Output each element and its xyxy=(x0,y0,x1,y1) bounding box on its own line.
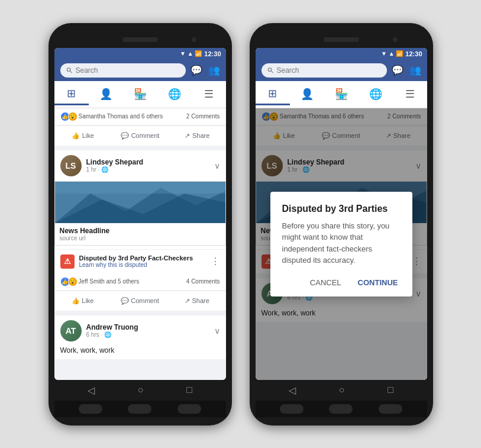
post-time-andrew: 6 hrs · 🌐 xyxy=(86,331,209,338)
back-btn-1[interactable]: ◁ xyxy=(88,385,95,396)
time-2: 12:30 xyxy=(405,50,422,57)
search-bar-1[interactable] xyxy=(60,63,186,78)
header-icons-1: 💬 👥 xyxy=(191,65,220,76)
fb-header-1: 💬 👥 xyxy=(54,60,226,81)
messenger-icon-1[interactable]: 💬 xyxy=(191,65,202,76)
phone-top-2 xyxy=(256,31,427,48)
recents-btn-2[interactable]: □ xyxy=(388,385,393,395)
nav-friends-2[interactable]: 👤 xyxy=(290,83,324,105)
reaction-bar-samantha: 👍 😮 Samantha Thomas and 6 others 2 Comme… xyxy=(54,108,226,125)
feed-1: 👍 😮 Samantha Thomas and 6 others 2 Comme… xyxy=(54,108,226,380)
post-header-lindsey: LS Lindsey Shepard 1 hr · 🌐 ∨ xyxy=(54,150,226,181)
friends-icon-1[interactable]: 👥 xyxy=(208,65,220,76)
nav-menu-1[interactable]: ☰ xyxy=(192,83,226,105)
home-btn-1[interactable]: ○ xyxy=(138,385,144,395)
reaction-icons-samantha: 👍 😮 xyxy=(60,112,76,121)
phone-1: ▼ ▲ 📶 12:30 💬 👥 ⊞ 👤 🏪 🌐 ☰ xyxy=(49,23,232,426)
news-source-lindsey: source url xyxy=(60,235,221,241)
nav-home-2[interactable]: ⊞ xyxy=(256,83,290,105)
svg-point-0 xyxy=(67,67,70,71)
modal-box: Disputed by 3rd Parties Before you share… xyxy=(270,192,412,296)
comment-btn-lindsey[interactable]: 💬 Comment xyxy=(111,294,169,308)
post-meta-andrew: Andrew Truong 6 hrs · 🌐 xyxy=(86,323,209,338)
recents-btn-1[interactable]: □ xyxy=(186,385,192,395)
share-btn-lindsey[interactable]: ↗ Share xyxy=(169,294,226,308)
nav-home-1[interactable]: ⊞ xyxy=(54,83,89,105)
phone-top-1 xyxy=(54,31,226,48)
post-body-andrew: Work, work, work xyxy=(54,346,226,359)
search-input-2[interactable] xyxy=(277,66,381,75)
feed-2: 👍 😮 Samantha Thomas and 6 others 2 Comme… xyxy=(256,108,427,380)
search-bar-2[interactable] xyxy=(262,63,387,78)
svg-point-6 xyxy=(268,67,272,71)
news-headline-lindsey: News Headline xyxy=(60,227,221,235)
nav-marketplace-2[interactable]: 🏪 xyxy=(324,83,359,105)
camera-2 xyxy=(393,37,398,42)
back-btn-2[interactable]: ◁ xyxy=(289,385,296,396)
friends-icon-2[interactable]: 👥 xyxy=(409,65,421,76)
dispute-title-lindsey: Disputed by 3rd Party Fact-Checkers xyxy=(79,254,206,262)
screen-1: ▼ ▲ 📶 12:30 💬 👥 ⊞ 👤 🏪 🌐 ☰ xyxy=(54,48,226,380)
nav-globe-1[interactable]: 🌐 xyxy=(157,83,192,105)
continue-button[interactable]: CONTINUE xyxy=(356,276,401,289)
android-nav-2: ◁ ○ □ xyxy=(256,380,427,401)
messenger-icon-2[interactable]: 💬 xyxy=(392,65,403,76)
post-card-lindsey: LS Lindsey Shepard 1 hr · 🌐 ∨ xyxy=(54,150,226,311)
share-btn-samantha[interactable]: ↗ Share xyxy=(169,128,226,143)
screen-2: ▼ ▲ 📶 12:30 💬 👥 ⊞ 👤 🏪 🌐 ☰ xyxy=(256,48,427,380)
modal-actions: CANCEL CONTINUE xyxy=(282,276,401,289)
avatar-lindsey: LS xyxy=(60,155,82,176)
chevron-andrew[interactable]: ∨ xyxy=(214,326,220,336)
footer-oval-l2 xyxy=(280,404,304,414)
post-card-andrew: AT Andrew Truong 6 hrs · 🌐 ∨ Work, work,… xyxy=(54,315,226,359)
comments-samantha: 2 Comments xyxy=(186,113,220,120)
fb-nav-1: ⊞ 👤 🏪 🌐 ☰ xyxy=(54,81,226,108)
wow-icon-lindsey: 😮 xyxy=(68,277,78,286)
phone-footer-1 xyxy=(54,401,226,417)
modal-body: Before you share this story, you might w… xyxy=(282,220,401,266)
news-image-lindsey xyxy=(55,182,225,223)
signal-icons-2: ▼ ▲ 📶 xyxy=(381,50,403,57)
home-btn-2[interactable]: ○ xyxy=(339,385,345,395)
comment-btn-samantha[interactable]: 💬 Comment xyxy=(111,128,169,143)
action-bar-samantha: 👍 Like 💬 Comment ↗ Share xyxy=(54,125,226,146)
status-bar-2: ▼ ▲ 📶 12:30 xyxy=(256,48,427,60)
action-bar-lindsey: 👍 Like 💬 Comment ↗ Share xyxy=(54,291,226,311)
svg-rect-5 xyxy=(55,182,225,194)
footer-oval-c1 xyxy=(128,404,151,414)
like-btn-lindsey[interactable]: 👍 Like xyxy=(54,294,112,308)
like-btn-samantha[interactable]: 👍 Like xyxy=(54,128,112,143)
avatar-andrew: AT xyxy=(60,320,82,341)
search-input-1[interactable] xyxy=(76,66,180,75)
nav-globe-2[interactable]: 🌐 xyxy=(359,83,393,105)
chevron-lindsey[interactable]: ∨ xyxy=(214,161,220,170)
phone-2: ▼ ▲ 📶 12:30 💬 👥 ⊞ 👤 🏪 🌐 ☰ xyxy=(250,23,433,426)
footer-oval-c2 xyxy=(329,404,353,414)
wow-icon-samantha: 😮 xyxy=(68,112,78,121)
nav-menu-2[interactable]: ☰ xyxy=(393,83,427,105)
signal-icons-1: ▼ ▲ 📶 xyxy=(180,50,202,57)
disputed-banner-lindsey[interactable]: ⚠ Disputed by 3rd Party Fact-Checkers Le… xyxy=(54,249,226,273)
status-bar-1: ▼ ▲ 📶 12:30 xyxy=(54,48,226,60)
camera-1 xyxy=(192,37,196,42)
post-card-samantha: 👍 😮 Samantha Thomas and 6 others 2 Comme… xyxy=(54,108,226,146)
news-card-lindsey[interactable]: News Headline source url xyxy=(54,181,226,246)
modal-title: Disputed by 3rd Parties xyxy=(282,204,401,214)
reaction-bar-lindsey: 👍 😮 Jeff Smith and 5 others 4 Comments xyxy=(54,273,226,291)
time-1: 12:30 xyxy=(204,50,221,57)
svg-line-1 xyxy=(70,71,72,73)
cancel-button[interactable]: CANCEL xyxy=(308,276,344,289)
dispute-text-lindsey: Disputed by 3rd Party Fact-Checkers Lear… xyxy=(79,254,206,268)
speaker-2 xyxy=(324,37,359,42)
nav-friends-1[interactable]: 👤 xyxy=(89,83,123,105)
speaker-1 xyxy=(122,37,158,42)
post-header-andrew: AT Andrew Truong 6 hrs · 🌐 ∨ xyxy=(54,315,226,346)
reaction-text-lindsey: Jeff Smith and 5 others xyxy=(79,278,186,285)
nav-marketplace-1[interactable]: 🏪 xyxy=(123,83,157,105)
dispute-link-lindsey[interactable]: Learn why this is disputed xyxy=(79,262,206,268)
post-meta-lindsey: Lindsey Shepard 1 hr · 🌐 xyxy=(86,158,209,173)
dispute-more-lindsey[interactable]: ⋮ xyxy=(211,256,220,267)
post-time-lindsey: 1 hr · 🌐 xyxy=(86,166,209,173)
poster-name-andrew: Andrew Truong xyxy=(86,323,209,331)
phone-footer-2 xyxy=(256,401,427,417)
